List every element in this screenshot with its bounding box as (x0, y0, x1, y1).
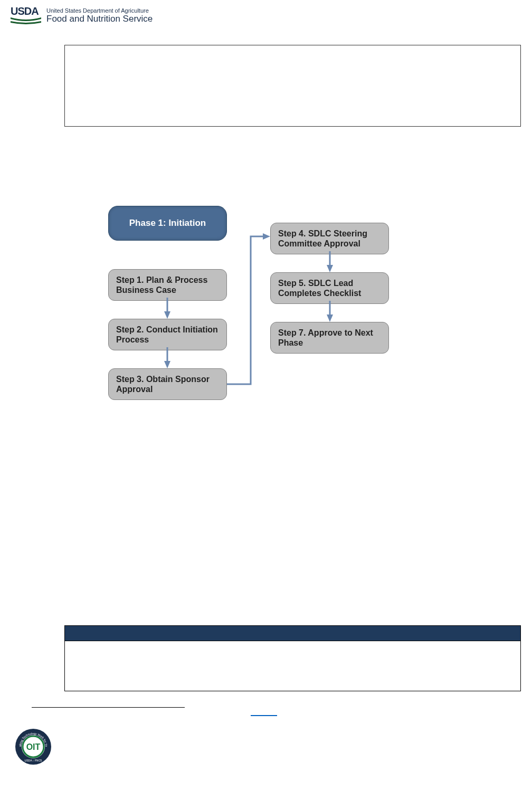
oit-badge: OIT USDA :: FNCS Making Technology Work … (15, 728, 52, 765)
oit-bottom-text: USDA :: FNCS (25, 759, 42, 762)
svg-marker-3 (164, 361, 170, 368)
svg-marker-1 (164, 311, 170, 319)
svg-marker-8 (327, 315, 333, 322)
fns-line: Food and Nutrition Service (46, 14, 153, 24)
header-titles: United States Department of Agriculture … (46, 7, 153, 24)
footer-link-underline (251, 715, 277, 716)
page-header: USDA United States Department of Agricul… (11, 5, 153, 26)
usda-logo: USDA (11, 5, 41, 26)
usda-logo-bars (11, 16, 41, 26)
dept-line: United States Department of Agriculture (46, 7, 153, 14)
svg-marker-4 (263, 233, 270, 240)
svg-marker-6 (327, 265, 333, 272)
oit-center-text: OIT (26, 742, 41, 751)
flowchart: Phase 1: Initiation Step 1. Plan & Proce… (103, 201, 420, 412)
table-body (64, 641, 521, 691)
empty-box-top (64, 45, 521, 127)
table-container (64, 625, 521, 691)
usda-text: USDA (11, 5, 41, 17)
footnote-rule (32, 707, 185, 708)
flowchart-arrows (103, 201, 420, 412)
table-header (64, 625, 521, 641)
